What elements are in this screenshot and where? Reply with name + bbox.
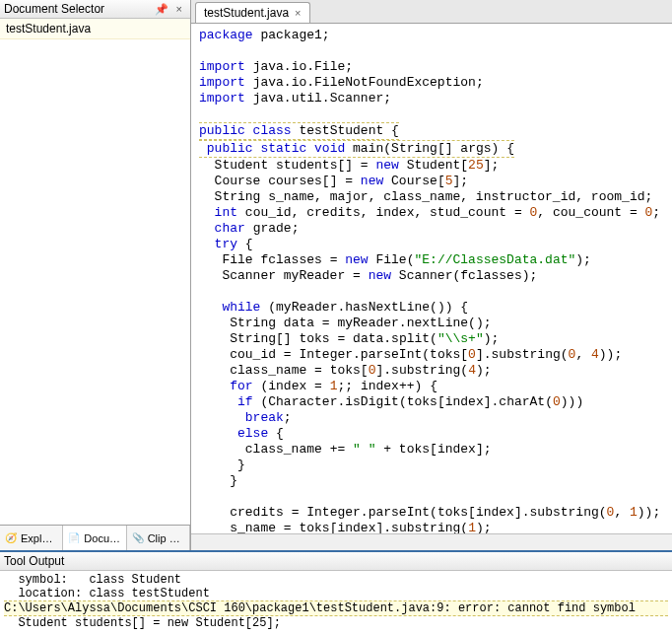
code-line[interactable]: String data = myReader.nextLine(); xyxy=(199,316,664,331)
sidebar-tab-label: Clip … xyxy=(148,532,180,544)
sidebar-tab[interactable]: 📄Docu… xyxy=(63,526,126,550)
code-line[interactable]: String s_name, major, class_name, instru… xyxy=(199,189,664,205)
code-line[interactable]: cou_id = Integer.parseInt(toks[0].substr… xyxy=(199,347,664,363)
code-line[interactable]: File fclasses = new File("E://ClassesDat… xyxy=(199,252,664,268)
sidebar-tab-icon: 📄 xyxy=(67,531,81,545)
code-line[interactable]: class_name += " " + toks[index]; xyxy=(199,442,664,458)
tool-output-line: symbol: class Student xyxy=(4,573,668,587)
code-line[interactable]: } xyxy=(199,473,664,489)
code-line[interactable]: try { xyxy=(199,237,664,252)
code-line[interactable]: import java.io.FileNotFoundException; xyxy=(199,75,664,91)
tool-output-body[interactable]: symbol: class Student location: class te… xyxy=(0,571,672,635)
code-line[interactable]: credits = Integer.parseInt(toks[index].s… xyxy=(199,505,664,521)
pin-icon[interactable]: 📌 xyxy=(151,3,172,16)
code-line[interactable]: import java.util.Scanner; xyxy=(199,91,664,106)
document-list-item[interactable]: testStudent.java xyxy=(0,19,190,39)
code-line[interactable]: class_name = toks[0].substring(4); xyxy=(199,363,664,379)
editor-tab-label: testStudent.java xyxy=(204,6,289,20)
code-line[interactable]: package package1; xyxy=(199,28,664,43)
sidebar: Document Selector 📌 × testStudent.java 🧭… xyxy=(0,0,191,550)
code-line[interactable]: break; xyxy=(199,410,664,426)
code-line[interactable]: public class testStudent { xyxy=(199,122,664,140)
horizontal-scrollbar[interactable] xyxy=(191,533,672,550)
tool-output-title: Tool Output xyxy=(0,552,672,571)
code-line[interactable]: s_name = toks[index].substring(1); xyxy=(199,521,664,533)
code-line[interactable]: else { xyxy=(199,426,664,442)
tool-output-line: location: class testStudent xyxy=(4,587,668,600)
document-selector-title: Document Selector xyxy=(4,2,151,16)
sidebar-tab-label: Docu… xyxy=(84,532,120,544)
tool-output-line: Student students[] = new Student[25]; xyxy=(4,616,668,630)
code-line[interactable]: for (index = 1;; index++) { xyxy=(199,379,664,394)
code-line[interactable]: if (Character.isDigit(toks[index].charAt… xyxy=(199,394,664,410)
code-line[interactable] xyxy=(199,43,664,59)
tool-output-panel: Tool Output symbol: class Student locati… xyxy=(0,550,672,635)
tab-close-icon[interactable]: × xyxy=(295,7,301,19)
code-line[interactable] xyxy=(199,284,664,300)
code-line[interactable]: while (myReader.hasNextLine()) { xyxy=(199,300,664,316)
code-line[interactable]: String[] toks = data.split("\\s+"); xyxy=(199,331,664,347)
code-line[interactable] xyxy=(199,106,664,122)
main-area: Document Selector 📌 × testStudent.java 🧭… xyxy=(0,0,672,550)
sidebar-tab[interactable]: 🧭Expl… xyxy=(0,526,63,550)
sidebar-tab-label: Expl… xyxy=(21,532,52,544)
code-line[interactable]: public static void main(String[] args) { xyxy=(199,140,664,158)
document-selector-header: Document Selector 📌 × xyxy=(0,0,190,19)
sidebar-bottom-tabs: 🧭Expl…📄Docu…📎Clip … xyxy=(0,525,190,550)
code-line[interactable]: } xyxy=(199,458,664,473)
code-editor[interactable]: package package1; import java.io.File;im… xyxy=(191,24,672,533)
code-line[interactable]: Student students[] = new Student[25]; xyxy=(199,158,664,174)
editor-tab-bar: testStudent.java × xyxy=(191,0,672,24)
editor-tab[interactable]: testStudent.java × xyxy=(195,2,310,23)
tool-output-line: C:\Users\Alyssa\Documents\CSCI 160\packa… xyxy=(4,600,668,616)
sidebar-tab[interactable]: 📎Clip … xyxy=(127,526,190,550)
code-line[interactable]: int cou_id, credits, index, stud_count =… xyxy=(199,205,664,221)
code-line[interactable] xyxy=(199,489,664,505)
code-line[interactable]: char grade; xyxy=(199,221,664,237)
editor-area: testStudent.java × package package1; imp… xyxy=(191,0,672,550)
close-icon[interactable]: × xyxy=(172,3,186,15)
code-line[interactable]: import java.io.File; xyxy=(199,59,664,75)
document-list: testStudent.java xyxy=(0,19,190,525)
code-line[interactable]: Course courses[] = new Course[5]; xyxy=(199,174,664,189)
sidebar-tab-icon: 📎 xyxy=(131,531,145,545)
code-line[interactable]: Scanner myReader = new Scanner(fclasses)… xyxy=(199,268,664,284)
sidebar-tab-icon: 🧭 xyxy=(4,531,18,545)
